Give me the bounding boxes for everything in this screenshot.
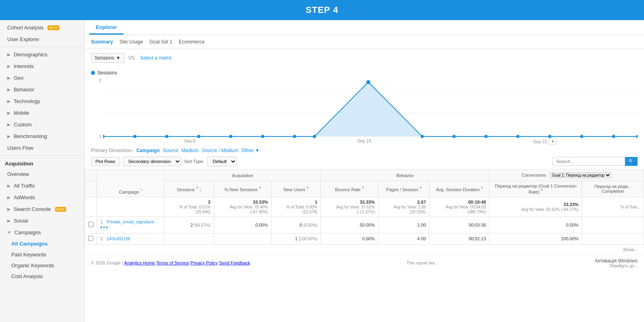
sessions-dropdown[interactable]: Sessions ▼ [91, 53, 124, 63]
sidebar-item-label: Geo [14, 75, 24, 81]
chevron-right-icon: ▶ [7, 99, 10, 103]
sidebar-sub-organic-keywords[interactable]: Organic Keywords [0, 260, 84, 271]
sidebar-item-label: Demographics [14, 52, 47, 58]
sidebar-sub-cost-analysis[interactable]: Cost Analysis [0, 271, 84, 282]
row2-new-users: 1 (100.00%) [271, 233, 321, 244]
sidebar-item-behavior[interactable]: ▶ Behavior [0, 84, 84, 95]
sidebar-item-label: Campaigns [14, 229, 41, 235]
top-bar-title: STEP 4 [305, 5, 338, 15]
privacy-link[interactable]: Privacy Policy [190, 260, 218, 265]
dim-source[interactable]: Source [163, 148, 178, 153]
sidebar-sub-all-campaigns[interactable]: All Campaigns [0, 238, 84, 249]
sidebar-item-users-flow[interactable]: Users Flow [0, 142, 84, 154]
svg-point-7 [197, 135, 200, 138]
svg-point-12 [366, 80, 370, 84]
totals-sessions: 3 % of Total: 0.01% (29,946) [165, 197, 214, 217]
row1-campaign-link[interactable]: Private_email_signature [107, 219, 154, 224]
row2-campaign-link[interactable]: 143c4911f9 [107, 236, 130, 241]
row1-checkbox-input[interactable] [88, 222, 93, 227]
sidebar-item-geo[interactable]: ▶ Geo [0, 72, 84, 84]
data-table: Campaign ? Acquisition Behavior Conversi… [85, 169, 644, 245]
chevron-right-icon: ▶ [7, 52, 10, 57]
table-search-input[interactable] [553, 157, 625, 166]
chart-area: Sessions 2 1 [85, 67, 644, 144]
terms-link[interactable]: Terms of Service [156, 260, 189, 265]
chevron-down-icon: ▼ [7, 230, 11, 235]
sub-tab-summary[interactable]: Summary [91, 38, 113, 45]
divider [0, 155, 84, 156]
goal-dropdown[interactable]: Goal 1: Перехід на редактор [550, 172, 611, 178]
svg-point-19 [612, 135, 615, 138]
sub-tab-ecommerce[interactable]: Ecommerce [179, 38, 204, 45]
main-content: Explorer Summary Site Usage Goal Set 1 E… [85, 20, 644, 322]
table-row: 1. Private_email_signature ••• 2 (66.67%… [85, 217, 644, 233]
tab-explorer[interactable]: Explorer [89, 20, 124, 35]
row2-checkbox[interactable] [85, 233, 97, 244]
sidebar-item-demographics[interactable]: ▶ Demographics [0, 49, 84, 60]
sidebar-item-interests[interactable]: ▶ Interests [0, 60, 84, 72]
totals-bounce-rate: 33.33% Avg for View: 37.61% (-11.37%) [321, 197, 378, 217]
date-label-sep15: Sep 15 [357, 138, 372, 144]
copyright: © 2016 Google [91, 260, 121, 265]
sidebar-item-search-console[interactable]: ▶ Search Console NEW [0, 203, 84, 215]
sidebar-item-social[interactable]: ▶ Social [0, 215, 84, 227]
th-sessions: Sessions ? ↓ [165, 181, 214, 197]
date-dropdown[interactable]: ▼ [549, 138, 557, 144]
dim-other[interactable]: Other ▼ [242, 148, 260, 153]
sub-tab-site-usage[interactable]: Site Usage [120, 38, 143, 45]
row2-conv-rate: 100.00% [489, 233, 582, 244]
sub-tab-goal-set-1[interactable]: Goal Set 1 [149, 38, 172, 45]
sidebar-item-benchmarking[interactable]: ▶ Benchmarking [0, 130, 84, 142]
row1-checkbox[interactable] [85, 217, 97, 233]
svg-point-6 [165, 135, 169, 138]
feedback-link[interactable]: Send Feedback [219, 260, 250, 265]
totals-checkbox [85, 197, 97, 217]
analytics-home-link[interactable]: Analytics Home [124, 260, 155, 265]
sidebar-section-acquisition[interactable]: Acquisition [0, 157, 84, 168]
dim-medium[interactable]: Medium [182, 148, 199, 153]
search-button[interactable]: 🔍 [625, 157, 638, 166]
svg-point-8 [229, 135, 232, 138]
totals-conv-rate: 33.33% Avg for View: 62.62% (-46.77%) [489, 197, 582, 217]
row2-checkbox-input[interactable] [88, 236, 93, 241]
windows-title: Активація Windows [594, 258, 638, 264]
sidebar: Cohort Analysis BETA User Explorer ▶ Dem… [0, 20, 85, 322]
report-note: This report wa... [407, 260, 438, 265]
dim-source-medium[interactable]: Source / Medium [202, 148, 238, 153]
row2-pct-new [214, 233, 271, 244]
th-avg-session-duration: Avg. Session Duration ? [429, 181, 489, 197]
sidebar-item-adwords[interactable]: ▶ AdWords [0, 192, 84, 203]
footer: © 2016 Google | Analytics Home Terms of … [85, 254, 644, 271]
sidebar-item-label: Search Console [14, 206, 51, 212]
select-metric[interactable]: Select a metric [140, 55, 172, 61]
chevron-right-icon: ▶ [7, 219, 10, 223]
default-sort-select[interactable]: Default [207, 157, 237, 166]
report-text: This report wa... [407, 260, 438, 265]
row2-completion [582, 233, 644, 244]
sidebar-item-all-traffic[interactable]: ▶ All Traffic [0, 180, 84, 192]
sidebar-item-user-explorer[interactable]: User Explorer [0, 33, 84, 45]
chevron-right-icon: ▶ [7, 87, 10, 92]
sidebar-item-cohort[interactable]: Cohort Analysis BETA [0, 22, 84, 33]
sidebar-item-label: Social [14, 218, 28, 224]
sub-tabs: Summary Site Usage Goal Set 1 Ecommerce [85, 35, 644, 49]
sidebar-sub-paid-keywords[interactable]: Paid Keywords [0, 249, 84, 260]
plot-rows-button[interactable]: Plot Rows [91, 157, 120, 166]
row2-pages-session: 4.00 [378, 233, 429, 244]
row2-bounce-rate: 0.00% [321, 233, 378, 244]
sidebar-item-overview[interactable]: Overview [0, 168, 84, 180]
sidebar-item-label: Mobile [14, 110, 29, 116]
chevron-right-icon: ▶ [7, 184, 10, 188]
sidebar-item-technology[interactable]: ▶ Technology [0, 95, 84, 107]
sidebar-item-label: Custom [14, 122, 32, 128]
sidebar-item-custom[interactable]: ▶ Custom [0, 119, 84, 130]
sidebar-item-mobile[interactable]: ▶ Mobile [0, 107, 84, 119]
dim-campaign[interactable]: Campaign [136, 148, 160, 153]
chevron-right-icon: ▶ [7, 64, 10, 68]
sidebar-item-campaigns[interactable]: ▼ Campaigns [0, 227, 84, 238]
sidebar-item-label: All Traffic [14, 183, 35, 189]
secondary-dimension-select[interactable]: Secondary dimension [123, 157, 181, 166]
date-label-sep8: Sep 8 [184, 138, 196, 144]
row2-campaign: 2. 143c4911f9 [97, 233, 165, 244]
chevron-right-icon: ▶ [7, 76, 10, 80]
